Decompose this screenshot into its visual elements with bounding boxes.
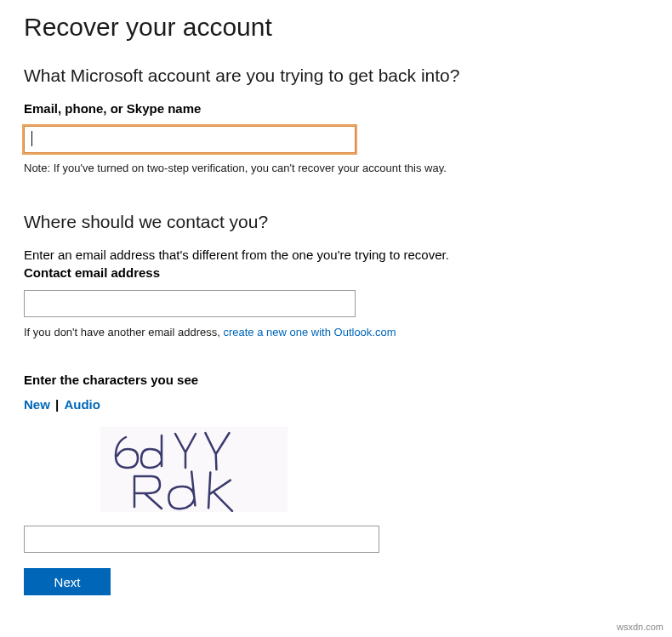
captcha-input[interactable] bbox=[24, 526, 379, 553]
account-input[interactable] bbox=[24, 126, 356, 153]
contact-section: Where should we contact you? Enter an em… bbox=[24, 212, 648, 338]
contact-email-input[interactable] bbox=[24, 290, 356, 317]
page-title: Recover your account bbox=[24, 13, 648, 42]
captcha-audio-link[interactable]: Audio bbox=[64, 397, 100, 412]
next-button[interactable]: Next bbox=[24, 568, 111, 595]
outlook-link-prefix: If you don't have another email address, bbox=[24, 326, 223, 338]
captcha-links-row: New | Audio bbox=[24, 397, 648, 412]
text-cursor bbox=[31, 131, 32, 146]
create-outlook-link[interactable]: create a new one with Outlook.com bbox=[223, 326, 396, 338]
captcha-image bbox=[100, 427, 288, 512]
outlook-link-row: If you don't have another email address,… bbox=[24, 326, 648, 338]
captcha-section: Enter the characters you see New | Audio bbox=[24, 373, 648, 553]
captcha-new-link[interactable]: New bbox=[24, 397, 50, 412]
contact-heading: Where should we contact you? bbox=[24, 212, 648, 232]
contact-instruction: Enter an email address that's different … bbox=[24, 247, 648, 262]
account-section: What Microsoft account are you trying to… bbox=[24, 65, 648, 174]
watermark: wsxdn.com bbox=[617, 622, 663, 632]
account-field-label: Email, phone, or Skype name bbox=[24, 101, 648, 116]
contact-field-label: Contact email address bbox=[24, 265, 648, 280]
account-heading: What Microsoft account are you trying to… bbox=[24, 65, 648, 86]
captcha-label: Enter the characters you see bbox=[24, 373, 648, 387]
captcha-separator: | bbox=[55, 397, 59, 412]
two-step-note: Note: If you've turned on two-step verif… bbox=[24, 162, 648, 174]
